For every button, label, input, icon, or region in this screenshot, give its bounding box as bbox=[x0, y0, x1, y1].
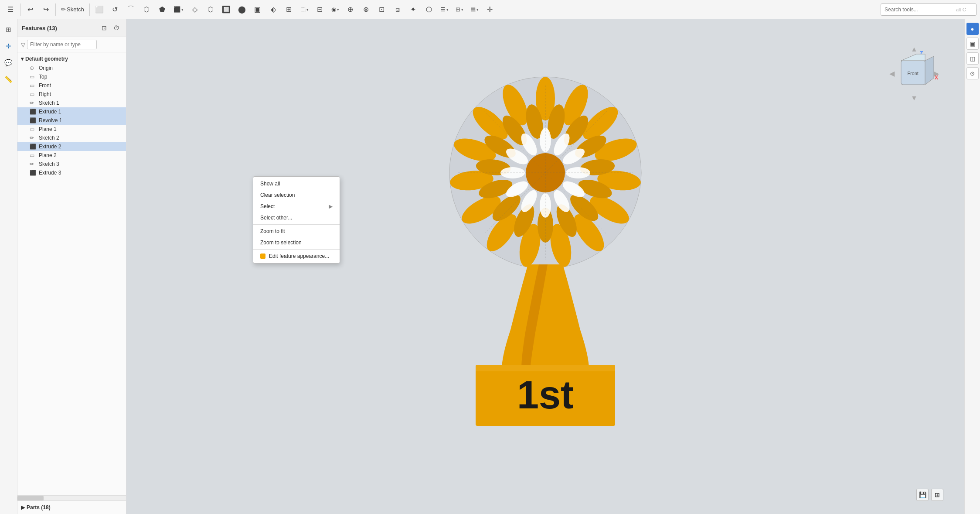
undo-button[interactable]: ↩ bbox=[23, 3, 37, 17]
sidebar-scrollbar[interactable] bbox=[17, 495, 126, 500]
viewport[interactable]: 1st Show all Clear selection Select ▶ bbox=[126, 19, 964, 514]
show-all-label: Show all bbox=[260, 181, 280, 187]
tool-group-1[interactable]: ⬛▾ bbox=[171, 3, 186, 16]
svg-rect-49 bbox=[476, 365, 615, 371]
tree-item-plane1[interactable]: ▭ Plane 1 bbox=[17, 125, 126, 134]
svg-marker-58 bbox=[925, 56, 934, 85]
tool-18[interactable]: ✦ bbox=[406, 3, 420, 17]
tool-1[interactable]: ⬜ bbox=[92, 3, 106, 17]
menu-item-select[interactable]: Select ▶ bbox=[253, 201, 340, 212]
sidebar-clock-icon[interactable]: ⏱ bbox=[111, 23, 122, 33]
sketch-icon-1: ✏ bbox=[30, 100, 37, 106]
sidebar-title: Features (13) bbox=[22, 25, 57, 31]
menu-item-edit-appearance[interactable]: Edit feature appearance... bbox=[253, 250, 340, 262]
right-panel-icon-1[interactable]: ● bbox=[966, 23, 979, 35]
right-panel: ● ▣ ◫ ⊙ bbox=[964, 19, 980, 514]
tool-14[interactable]: ⊕ bbox=[344, 3, 357, 17]
search-shortcut: alt C bbox=[956, 7, 966, 12]
tree-item-front[interactable]: ▭ Front bbox=[17, 81, 126, 90]
tool-4[interactable]: ⬡ bbox=[140, 3, 153, 17]
search-box[interactable]: alt C bbox=[881, 3, 977, 16]
tree-item-origin[interactable]: ⊙ Origin bbox=[17, 64, 126, 72]
left-icon-comment[interactable]: 💬 bbox=[2, 56, 16, 70]
extrude1-label: Extrude 1 bbox=[39, 109, 122, 115]
tree-item-extrude2[interactable]: ⬛ Extrude 2 bbox=[17, 142, 126, 151]
tool-9[interactable]: ⬤ bbox=[235, 3, 249, 17]
tool-5[interactable]: ⬟ bbox=[155, 3, 169, 17]
separator-2 bbox=[55, 3, 56, 16]
sketch-icon-3: ✏ bbox=[30, 161, 37, 167]
extrude-icon-1: ⬛ bbox=[30, 109, 37, 115]
tool-11[interactable]: ⬖ bbox=[266, 3, 280, 17]
svg-marker-57 bbox=[901, 54, 925, 61]
extrude3-label: Extrude 3 bbox=[39, 170, 122, 176]
viewport-icon-2[interactable]: ⊞ bbox=[931, 489, 943, 501]
menu-item-appearance-left: Edit feature appearance... bbox=[260, 253, 329, 259]
tool-3[interactable]: ⌒ bbox=[124, 3, 138, 17]
tool-group-3[interactable]: ◉▾ bbox=[329, 3, 342, 16]
edit-appearance-label: Edit feature appearance... bbox=[269, 253, 329, 259]
left-icon-add[interactable]: ✛ bbox=[2, 39, 16, 53]
tool-19[interactable]: ⬡ bbox=[422, 3, 436, 17]
tree-item-extrude3[interactable]: ⬛ Extrude 3 bbox=[17, 168, 126, 177]
tool-10[interactable]: ▣ bbox=[251, 3, 265, 17]
tree-item-top[interactable]: ▭ Top bbox=[17, 72, 126, 81]
sketch-mode-button[interactable]: ✏ Sketch bbox=[58, 3, 87, 16]
plane-icon-2: ▭ bbox=[30, 152, 37, 158]
tree-item-extrude1[interactable]: ⬛ Extrude 1 bbox=[17, 107, 126, 116]
left-icon-measure[interactable]: 📏 bbox=[2, 72, 16, 86]
filter-input[interactable] bbox=[27, 40, 97, 49]
tool-12[interactable]: ⊞ bbox=[282, 3, 296, 17]
tool-group-6[interactable]: ▤▾ bbox=[468, 3, 481, 16]
parts-header[interactable]: ▶ Parts (18) bbox=[17, 503, 126, 512]
menu-item-zoom-selection[interactable]: Zoom to selection bbox=[253, 237, 340, 248]
tool-8[interactable]: 🔲 bbox=[219, 3, 233, 17]
left-iconbar: ⊞ ✛ 💬 📏 bbox=[0, 19, 17, 514]
tool-15[interactable]: ⊗ bbox=[359, 3, 373, 17]
chevron-right-icon: ▶ bbox=[21, 504, 25, 511]
tool-17[interactable]: ⧈ bbox=[391, 3, 405, 17]
tree-item-sketch3[interactable]: ✏ Sketch 3 bbox=[17, 160, 126, 168]
tool-16[interactable]: ⊡ bbox=[375, 3, 389, 17]
sketch-icon-2: ✏ bbox=[30, 135, 37, 141]
tree-item-revolve1[interactable]: ⬛ Revolve 1 bbox=[17, 116, 126, 125]
revolve1-label: Revolve 1 bbox=[39, 117, 122, 123]
menu-item-select-other-left: Select other... bbox=[260, 215, 292, 221]
tool-20[interactable]: ✛ bbox=[483, 3, 497, 17]
menu-item-clear-selection[interactable]: Clear selection bbox=[253, 189, 340, 201]
tree-item-right[interactable]: ▭ Right bbox=[17, 90, 126, 99]
viewport-icon-1[interactable]: 💾 bbox=[916, 489, 929, 501]
right-panel-icon-3[interactable]: ◫ bbox=[966, 52, 979, 65]
orientation-widget[interactable]: ▲ ▼ ◀ ▶ Z X Front bbox=[886, 45, 938, 98]
filter-icon: ▽ bbox=[21, 41, 25, 48]
tree-item-sketch1[interactable]: ✏ Sketch 1 bbox=[17, 99, 126, 107]
svg-text:1st: 1st bbox=[517, 373, 574, 417]
right-panel-icon-2[interactable]: ▣ bbox=[966, 38, 979, 50]
svg-text:◀: ◀ bbox=[889, 70, 895, 77]
left-icon-menu[interactable]: ⊞ bbox=[2, 23, 16, 37]
tool-group-5[interactable]: ⊞▾ bbox=[453, 3, 466, 16]
menu-item-select-other[interactable]: Select other... bbox=[253, 212, 340, 223]
tool-2[interactable]: ↺ bbox=[108, 3, 122, 17]
tree-section-default-geometry[interactable]: ▾ Default geometry bbox=[17, 54, 126, 64]
tree-item-sketch2[interactable]: ✏ Sketch 2 bbox=[17, 134, 126, 142]
right-panel-icon-4[interactable]: ⊙ bbox=[966, 67, 979, 79]
tool-6[interactable]: ◇ bbox=[188, 3, 202, 17]
top-label: Top bbox=[39, 74, 122, 80]
tool-13[interactable]: ⊟ bbox=[313, 3, 327, 17]
main-toolbar: ☰ ↩ ↪ ✏ Sketch ⬜ ↺ ⌒ ⬡ ⬟ ⬛▾ ◇ ⬡ 🔲 ⬤ ▣ ⬖ … bbox=[0, 0, 980, 19]
tool-group-2[interactable]: ⬚▾ bbox=[298, 3, 311, 16]
sketch1-label: Sketch 1 bbox=[39, 100, 122, 106]
tree-item-plane2[interactable]: ▭ Plane 2 bbox=[17, 151, 126, 160]
parts-section: ▶ Parts (18) bbox=[17, 500, 126, 514]
menu-item-show-all[interactable]: Show all bbox=[253, 178, 340, 189]
sketch3-label: Sketch 3 bbox=[39, 161, 122, 167]
search-input[interactable] bbox=[885, 7, 954, 13]
tool-7[interactable]: ⬡ bbox=[204, 3, 218, 17]
main-layout: ⊞ ✛ 💬 📏 Features (13) ⊡ ⏱ ▽ ▾ Default ge… bbox=[0, 19, 980, 514]
sidebar-select-icon[interactable]: ⊡ bbox=[99, 23, 109, 33]
app-menu-icon[interactable]: ☰ bbox=[3, 3, 17, 17]
redo-button[interactable]: ↪ bbox=[39, 3, 53, 17]
tool-group-4[interactable]: ☰▾ bbox=[438, 3, 451, 16]
menu-item-zoom-fit[interactable]: Zoom to fit bbox=[253, 226, 340, 237]
